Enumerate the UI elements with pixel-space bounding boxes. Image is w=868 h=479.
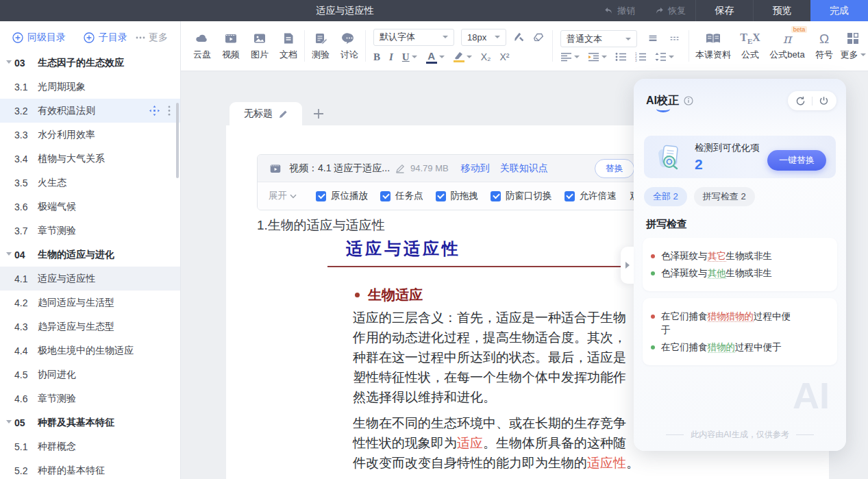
course-materials-button[interactable]: 本课资料	[691, 31, 736, 61]
outline-item-4.5[interactable]: 4.5协同进化	[0, 363, 180, 386]
paragraph-line: 性性状的现象即为适应。生物体所具备的这种随	[353, 433, 639, 453]
outline-item-label: 章节测验	[38, 225, 180, 237]
checkbox-checked-icon[interactable]	[565, 191, 575, 201]
video-option-checkbox[interactable]: 允许倍速	[565, 190, 617, 202]
bullet-list-button[interactable]	[615, 52, 627, 62]
outline-item-05[interactable]: 05种群及其基本特征	[0, 410, 180, 434]
outline-more-button[interactable]: 更多	[136, 32, 168, 44]
done-button[interactable]: 完成	[810, 0, 868, 21]
font-family-select[interactable]: 默认字体	[373, 29, 454, 46]
rename-icon[interactable]	[395, 164, 405, 173]
tab-untitled[interactable]: 无标题	[230, 102, 302, 125]
outline-item-5.2[interactable]: 5.2种群的基本特征	[0, 458, 180, 479]
collapse-triangle-icon[interactable]	[6, 252, 12, 256]
video-option-checkbox[interactable]: 防拖拽	[436, 190, 479, 202]
outline-item-4.6[interactable]: 4.6章节测验	[0, 386, 180, 410]
undo-button[interactable]: 撤销	[594, 0, 645, 21]
color-swatch	[454, 60, 464, 62]
formula-beta-button[interactable]: πbeta 公式beta	[765, 31, 810, 61]
undo-icon	[604, 5, 614, 16]
spellcheck-card[interactable]: 在它们捕食猎物猎物的过程中便 于在它们捕食猎物的过程中便于	[643, 298, 837, 365]
underline-button[interactable]: U	[402, 51, 417, 63]
outline-item-4.2[interactable]: 4.2趋同适应与生活型	[0, 291, 180, 315]
outline-item-number: 3.1	[14, 82, 38, 93]
checkbox-checked-icon[interactable]	[380, 191, 390, 201]
drag-move-icon[interactable]	[149, 106, 160, 116]
panel-collapse-handle[interactable]	[621, 247, 634, 284]
replace-all-button[interactable]: 一键替换	[767, 150, 826, 171]
edit-pencil-icon[interactable]	[279, 110, 288, 119]
collapse-triangle-icon[interactable]	[6, 60, 12, 64]
outline-item-3.2[interactable]: 3.2有效积温法则	[0, 99, 180, 123]
outline-item-3.1[interactable]: 3.1光周期现象	[0, 75, 180, 99]
toolbar-more-button[interactable]: 更多	[839, 31, 867, 61]
replace-video-button[interactable]: 替换	[595, 159, 634, 178]
indent-button[interactable]	[588, 52, 607, 62]
symbol-button[interactable]: Ω 符号	[810, 31, 839, 61]
clear-format-button[interactable]	[532, 31, 545, 43]
error-word: 其它	[708, 251, 726, 262]
save-button[interactable]: 保存	[695, 0, 753, 21]
formula-button[interactable]: TEX 公式	[736, 31, 765, 61]
outline-item-5.1[interactable]: 5.1种群概念	[0, 434, 180, 458]
redo-button[interactable]: 恢复	[645, 0, 695, 21]
outline-item-4.1[interactable]: 4.1适应与适应性	[0, 267, 180, 291]
circle-plus-icon	[84, 32, 95, 43]
chip-all[interactable]: 全部 2	[644, 187, 687, 206]
outline-item-3.3[interactable]: 3.3水分利用效率	[0, 123, 180, 147]
outline-item-label: 章节测验	[38, 393, 180, 405]
video-option-checkbox[interactable]: 任务点	[380, 190, 423, 202]
add-child-section-button[interactable]: 子目录	[84, 32, 127, 44]
text-style-select[interactable]: 普通文本	[560, 30, 637, 47]
add-sibling-section-button[interactable]: 同级目录	[12, 32, 66, 44]
spellcheck-card[interactable]: 色泽斑纹与其它生物或非生色泽斑纹与其他生物或非生	[643, 238, 837, 291]
insert-discussion-button[interactable]: 讨论	[335, 31, 364, 61]
subscript-button[interactable]: X₂	[481, 51, 491, 62]
link-knowledge-point[interactable]: 关联知识点	[500, 162, 548, 175]
outline-item-4.4[interactable]: 4.4极地生境中的生物适应	[0, 339, 180, 363]
insert-image-button[interactable]: 图片	[245, 31, 274, 61]
info-icon[interactable]	[684, 96, 693, 106]
ordered-list-button[interactable]: 123	[635, 52, 647, 62]
move-to-link[interactable]: 移动到	[461, 162, 490, 175]
checkbox-checked-icon[interactable]	[491, 191, 501, 201]
outline-item-4.3[interactable]: 4.3趋异适应与生态型	[0, 315, 180, 339]
insert-doc-button[interactable]: 文档	[274, 31, 303, 61]
refresh-icon[interactable]	[795, 96, 806, 106]
power-icon[interactable]	[819, 96, 829, 106]
checkbox-checked-icon[interactable]	[436, 191, 446, 201]
page-layout-button[interactable]	[647, 33, 659, 45]
align-button[interactable]	[560, 52, 580, 62]
highlight-button[interactable]	[454, 51, 472, 62]
bold-button[interactable]: B	[373, 51, 380, 63]
line-height-button[interactable]	[655, 52, 674, 62]
italic-button[interactable]: I	[389, 51, 393, 63]
format-painter-button[interactable]	[513, 31, 525, 43]
ai-correction-panel: AI校正 检测到可优化项 2 一键替换 全部 2 拼写检查 2 拼写检查 色泽斑…	[634, 79, 846, 451]
more-options-icon[interactable]	[168, 106, 171, 116]
dashed-divider-button[interactable]	[669, 33, 681, 45]
outline-item-03[interactable]: 03生态因子的生态效应	[0, 53, 180, 75]
outline-item-3.7[interactable]: 3.7章节测验	[0, 219, 180, 243]
collapse-triangle-icon[interactable]	[6, 420, 12, 423]
chip-spellcheck[interactable]: 拼写检查 2	[694, 187, 755, 206]
outline-item-3.4[interactable]: 3.4植物与大气关系	[0, 147, 180, 171]
video-option-checkbox[interactable]: 防窗口切换	[491, 190, 552, 202]
outline-item-04[interactable]: 04生物的适应与进化	[0, 243, 180, 267]
outline-item-3.5[interactable]: 3.5火生态	[0, 171, 180, 195]
video-option-checkbox[interactable]: 原位播放	[316, 190, 368, 202]
font-size-select[interactable]: 18px	[461, 29, 506, 46]
checkbox-checked-icon[interactable]	[316, 191, 326, 201]
highlighted-term: 适应性	[587, 456, 626, 470]
outline-item-3.6[interactable]: 3.6极端气候	[0, 195, 180, 219]
font-color-button[interactable]: A	[426, 51, 445, 64]
insert-quiz-button[interactable]: 测验	[306, 31, 335, 61]
superscript-button[interactable]: X²	[499, 51, 509, 62]
cloud-drive-button[interactable]: 云盘	[188, 31, 216, 61]
expand-toggle[interactable]: 展开	[269, 190, 297, 202]
sidebar-scrollbar[interactable]	[176, 103, 179, 178]
preview-button[interactable]: 预览	[753, 0, 810, 21]
insert-video-button[interactable]: 视频	[216, 31, 245, 61]
outline-item-number: 05	[14, 417, 38, 428]
add-tab-button[interactable]	[313, 102, 324, 125]
